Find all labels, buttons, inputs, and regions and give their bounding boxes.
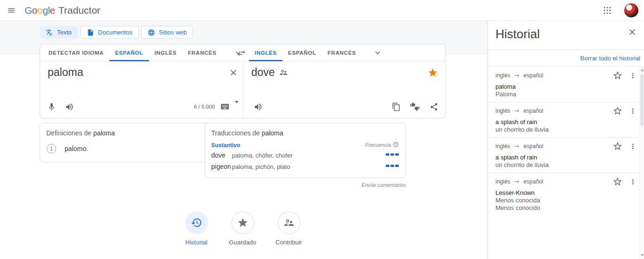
scrollbar-thumb[interactable] xyxy=(640,74,644,126)
reverse-translations: paloma, pichón, plato xyxy=(232,163,290,170)
share-icon xyxy=(429,102,438,111)
source-text-input[interactable]: paloma xyxy=(48,66,83,79)
source-input-tools: 6 / 5.000 xyxy=(194,101,239,112)
nav-item-saved[interactable]: Guardado xyxy=(226,211,259,246)
close-history-panel-button[interactable] xyxy=(626,26,638,38)
mode-button-label: Sitios web xyxy=(159,29,187,36)
input-method-dropdown-button[interactable] xyxy=(235,103,239,110)
listen-source-mic-button[interactable] xyxy=(46,101,57,112)
history-item[interactable]: inglés español a splash of rain un chorr… xyxy=(488,138,639,173)
source-tab-spanish[interactable]: ESPAÑOL xyxy=(109,44,149,61)
clear-all-history-button[interactable]: Borrar todo el historial xyxy=(580,55,640,62)
target-tab-spanish[interactable]: ESPAÑOL xyxy=(282,44,322,61)
swap-languages-icon xyxy=(237,49,246,58)
people-icon xyxy=(283,217,295,228)
mode-button-websites[interactable]: Sitios web xyxy=(141,26,193,39)
topbar: Google Traductor xyxy=(0,0,644,21)
scrollbar-down-arrow[interactable] xyxy=(641,254,644,257)
community-verified-icon xyxy=(279,68,288,77)
avatar[interactable] xyxy=(624,3,638,17)
history-scrollbar[interactable] xyxy=(639,67,644,259)
more-vert-icon xyxy=(629,72,637,80)
bottom-nav: Historial Guardado Contribuir xyxy=(40,211,446,246)
speak-source-button[interactable] xyxy=(64,101,75,112)
source-tab-detect-language[interactable]: DETECTAR IDIOMA xyxy=(43,44,109,61)
product-name: Traductor xyxy=(58,5,100,16)
save-translation-star-button[interactable] xyxy=(427,67,439,79)
nav-label: Historial xyxy=(180,239,213,246)
more-target-languages-button[interactable] xyxy=(370,44,385,61)
google-apps-button[interactable] xyxy=(599,2,616,19)
help-icon[interactable] xyxy=(393,142,399,148)
definition-text: palomo. xyxy=(65,145,88,152)
history-target-text: Paloma xyxy=(495,91,633,98)
more-vert-icon xyxy=(629,107,637,115)
main-menu-button[interactable] xyxy=(2,1,21,20)
document-icon xyxy=(87,29,94,36)
copy-icon xyxy=(392,102,401,111)
history-source-text: Lesser-Known xyxy=(495,189,633,196)
history-item-menu-button[interactable] xyxy=(627,141,638,152)
scrollbar-up-arrow[interactable] xyxy=(641,69,644,71)
send-feedback-link[interactable]: Enviar comentarios xyxy=(205,182,406,188)
mode-button-documents[interactable]: Documentos xyxy=(81,26,139,39)
keyboard-button[interactable] xyxy=(219,101,231,112)
google-translate-logo[interactable]: Google Traductor xyxy=(25,5,100,16)
speaker-icon xyxy=(254,102,263,111)
nav-item-contribute[interactable]: Contribuir xyxy=(272,211,305,246)
mode-button-label: Texto xyxy=(57,29,72,36)
nav-label: Contribuir xyxy=(272,239,305,246)
translations-card: Traducciones de paloma Sustantivo Frecue… xyxy=(205,123,406,178)
swap-languages-button[interactable] xyxy=(235,47,248,59)
history-item[interactable]: inglés español Lesser-Known Menos conoci… xyxy=(488,173,639,209)
history-target-text: Menos conocido xyxy=(495,204,633,211)
history-item-menu-button[interactable] xyxy=(627,176,638,187)
char-counter: 6 / 5.000 xyxy=(194,104,215,109)
history-item-menu-button[interactable] xyxy=(627,70,638,81)
source-tab-french[interactable]: FRANCÉS xyxy=(182,44,223,61)
star-outline-icon xyxy=(612,106,623,116)
star-outline-icon xyxy=(612,176,623,187)
history-item[interactable]: inglés español paloma Paloma xyxy=(488,67,639,102)
translation-term: dove xyxy=(211,151,225,159)
target-tab-french[interactable]: FRANCÉS xyxy=(322,44,362,61)
target-text-line: dove xyxy=(251,66,288,79)
nav-label: Guardado xyxy=(226,239,259,246)
nav-item-history[interactable]: Historial xyxy=(180,211,213,246)
translate-icon xyxy=(46,29,53,36)
source-tab-english[interactable]: INGLÉS xyxy=(149,44,182,61)
save-history-item-button[interactable] xyxy=(612,176,623,187)
apps-grid-icon xyxy=(603,6,611,15)
target-tab-english[interactable]: INGLÉS xyxy=(249,44,282,61)
google-translate-app: Google Traductor Texto Documentos xyxy=(0,0,644,259)
caret-down-icon xyxy=(235,101,239,110)
clear-source-button[interactable] xyxy=(227,67,239,79)
save-history-item-button[interactable] xyxy=(612,141,623,152)
speak-target-button[interactable] xyxy=(252,101,264,112)
history-clear-row: Borrar todo el historial xyxy=(488,50,644,67)
history-source-text: paloma xyxy=(495,83,633,90)
save-history-item-button[interactable] xyxy=(612,105,623,117)
mode-button-text[interactable]: Texto xyxy=(40,26,78,39)
share-translation-button[interactable] xyxy=(428,101,439,112)
history-panel: Historial Borrar todo el historial inglé… xyxy=(487,21,644,259)
rate-translation-button[interactable] xyxy=(409,101,421,112)
speaker-icon xyxy=(65,102,74,111)
arrow-right-icon xyxy=(513,178,520,185)
translation-row-pigeon[interactable]: pigeon paloma, pichón, plato xyxy=(205,162,405,172)
part-of-speech-label: Sustantivo xyxy=(211,142,240,149)
more-vert-icon xyxy=(629,178,637,186)
frequency-indicator xyxy=(386,153,399,156)
copy-translation-button[interactable] xyxy=(390,101,402,112)
saved-circle xyxy=(231,211,254,234)
save-history-item-button[interactable] xyxy=(612,70,623,81)
target-language-tabs: INGLÉS ESPAÑOL FRANCÉS xyxy=(249,44,385,61)
history-circle xyxy=(185,211,208,234)
history-target-text: Menos conocida xyxy=(495,197,633,204)
history-item[interactable]: inglés español a splash of rain un chorr… xyxy=(488,102,639,138)
translation-row-dove[interactable]: dove paloma, chófer, chofer xyxy=(205,150,405,161)
star-outline-icon xyxy=(612,141,623,151)
history-item-menu-button[interactable] xyxy=(627,105,638,117)
definition-number: 1 xyxy=(47,144,56,153)
history-target-text: un chorrito de lluvia xyxy=(495,126,633,133)
